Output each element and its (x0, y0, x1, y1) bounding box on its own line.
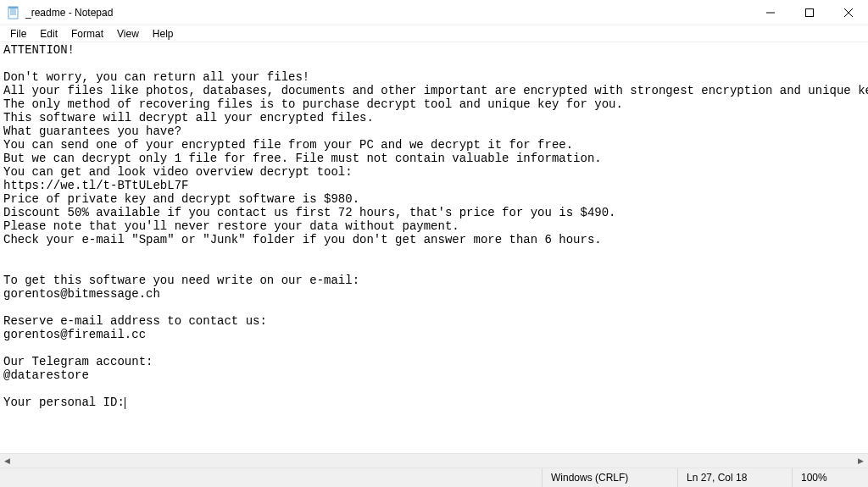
text-line: You can get and look video overview decr… (3, 165, 865, 179)
svg-rect-5 (8, 7, 18, 8)
scroll-track[interactable] (14, 454, 854, 468)
minimize-button[interactable] (751, 0, 790, 25)
text-area[interactable]: ATTENTION!Don't worry, you can return al… (0, 42, 868, 453)
menu-format[interactable]: Format (64, 26, 110, 42)
horizontal-scrollbar[interactable]: ◀ ▶ (0, 453, 868, 468)
statusbar: Windows (CRLF) Ln 27, Col 18 100% (0, 468, 868, 487)
status-spacer (0, 468, 542, 487)
maximize-icon (805, 8, 814, 17)
svg-rect-7 (806, 8, 814, 16)
text-line (3, 260, 865, 274)
menu-file[interactable]: File (3, 26, 33, 42)
scroll-left-icon[interactable]: ◀ (0, 454, 14, 468)
minimize-icon (766, 8, 775, 17)
menu-view[interactable]: View (110, 26, 146, 42)
text-line: Please note that you'll never restore yo… (3, 219, 865, 233)
text-line: Your personal ID: (3, 396, 865, 409)
menubar: File Edit Format View Help (0, 25, 868, 42)
text-line: Discount 50% available if you contact us… (3, 206, 865, 219)
maximize-button[interactable] (790, 0, 829, 25)
text-line: Price of private key and decrypt softwar… (3, 192, 865, 206)
scroll-right-icon[interactable]: ▶ (854, 454, 868, 468)
text-line: All your files like photos, databases, d… (3, 84, 865, 97)
menu-edit[interactable]: Edit (33, 26, 64, 42)
text-line: To get this software you need write on o… (3, 274, 865, 287)
menu-help[interactable]: Help (146, 26, 181, 42)
text-line: Check your e-mail "Spam" or "Junk" folde… (3, 233, 865, 246)
text-line: ATTENTION! (3, 43, 865, 57)
text-caret (125, 397, 125, 409)
text-line (3, 341, 865, 355)
titlebar: _readme - Notepad (0, 0, 868, 25)
notepad-window: _readme - Notepad File Edit Format View … (0, 0, 868, 487)
status-encoding: Windows (CRLF) (542, 468, 677, 487)
text-line (3, 382, 865, 396)
text-line: Reserve e-mail address to contact us: (3, 314, 865, 328)
text-line: What guarantees you have? (3, 125, 865, 138)
text-line: This software will decrypt all your encr… (3, 111, 865, 125)
close-icon (844, 8, 853, 17)
status-zoom: 100% (792, 468, 868, 487)
text-line: The only method of recovering files is t… (3, 97, 865, 111)
text-line: Our Telegram account: (3, 355, 865, 368)
status-position: Ln 27, Col 18 (677, 468, 792, 487)
notepad-app-icon (7, 6, 20, 19)
text-line: But we can decrypt only 1 file for free.… (3, 152, 865, 165)
text-line: Don't worry, you can return all your fil… (3, 70, 865, 84)
text-line (3, 301, 865, 314)
window-title: _readme - Notepad (25, 7, 113, 19)
text-line: @datarestore (3, 368, 865, 382)
text-line: gorentos@bitmessage.ch (3, 287, 865, 301)
text-line: You can send one of your encrypted file … (3, 138, 865, 152)
text-line (3, 57, 865, 70)
text-line: gorentos@firemail.cc (3, 328, 865, 341)
text-line (3, 246, 865, 260)
close-button[interactable] (829, 0, 868, 25)
text-line: https://we.tl/t-BTtULebL7F (3, 179, 865, 192)
